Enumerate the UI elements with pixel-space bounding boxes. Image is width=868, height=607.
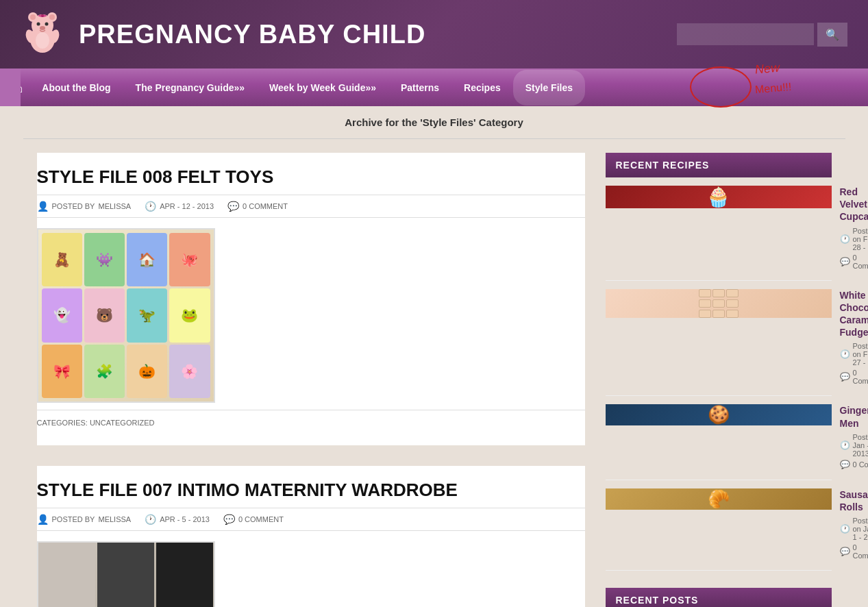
recipe-date-text-3: Posted on Jan - 1 - 2013	[853, 517, 869, 541]
post-categories-1: CATEGORIES: UNCATEGORIZED	[37, 410, 585, 435]
post-comments-1: 💬 0 COMMENT	[227, 201, 288, 212]
recipe-item-2: 🍪 Gingerbread Men 🕐 Posted on Jan - 13 -…	[606, 396, 832, 480]
comment-bubble-icon-0: 💬	[840, 257, 850, 267]
recipe-title-2[interactable]: Gingerbread Men	[840, 404, 869, 429]
choc-piece-2	[712, 289, 725, 297]
recipe-date-text-1: Posted on Feb - 27 - 2013	[853, 342, 869, 367]
author-icon-2: 👤	[37, 514, 49, 525]
post-date-text-2: APR - 5 - 2013	[160, 515, 210, 523]
recipe-title-1[interactable]: White Chocolate Caramel Fudge	[840, 289, 869, 339]
recipe-info-0: Red Velvet Cupcakes 🕐 Posted on Feb - 28…	[840, 186, 869, 272]
choc-piece-4	[699, 299, 711, 308]
header-left: PREGNANCY BABY CHILD	[21, 10, 425, 58]
recipe-item-3: 🥐 Sausage Rolls 🕐 Posted on Jan - 1 - 20…	[606, 480, 832, 571]
recipe-thumb-1	[606, 289, 832, 318]
clock-icon-1: 🕐	[840, 349, 850, 359]
recent-recipes-widget: RECENT RECIPES 🧁 Red Velvet Cupcakes 🕐 P…	[606, 153, 832, 571]
post-comments-text-1: 0 COMMENT	[243, 202, 288, 210]
post-author-label-1: POSTED BY	[52, 202, 95, 210]
recipe-info-1: White Chocolate Caramel Fudge 🕐 Posted o…	[840, 289, 869, 388]
felt-toy-6: 🐻	[84, 288, 125, 342]
choc-piece-3	[726, 289, 739, 297]
svg-point-9	[36, 32, 49, 49]
date-icon-1: 🕐	[145, 201, 156, 212]
post-image-2	[37, 541, 215, 607]
svg-point-12	[41, 14, 44, 17]
comment-bubble-icon-2: 💬	[840, 460, 850, 469]
archive-header: Archive for the 'Style Files' Category	[23, 106, 845, 139]
choc-piece-8	[712, 310, 725, 318]
felt-toy-3: 🏠	[127, 233, 167, 286]
nav-item-recipes[interactable]: Recipes	[451, 70, 513, 106]
recipe-date-3: 🕐 Posted on Jan - 1 - 2013	[840, 517, 869, 541]
img-seg-3	[156, 543, 213, 607]
post-meta-1: 👤 POSTED BY MELISSA 🕐 APR - 12 - 2013 💬 …	[37, 195, 585, 218]
recipe-title-0[interactable]: Red Velvet Cupcakes	[840, 186, 869, 223]
post-article-1: STYLE FILE 008 FELT TOYS 👤 POSTED BY MEL…	[37, 153, 585, 445]
choc-piece-9	[726, 310, 739, 318]
post-author-name-2: MELISSA	[98, 515, 131, 523]
post-date-text-1: APR - 12 - 2013	[160, 202, 214, 210]
recipe-thumb-3: 🥐	[606, 488, 832, 510]
clock-icon-3: 🕐	[840, 524, 850, 534]
recipe-comments-3: 💬 0 Comment	[840, 543, 869, 560]
svg-point-8	[40, 26, 45, 30]
circle-annotation	[690, 66, 752, 108]
felt-toy-1: 🧸	[42, 233, 82, 286]
content-area: STYLE FILE 008 FELT TOYS 👤 POSTED BY MEL…	[37, 153, 585, 607]
post-date-1: 🕐 APR - 12 - 2013	[145, 201, 214, 212]
home-nav-icon[interactable]: ⌂	[14, 79, 23, 97]
recent-posts-widget: RECENT POSTS 🧸 Style File 008 Felt... 🕐 …	[606, 588, 832, 607]
recent-recipes-title: RECENT RECIPES	[606, 153, 832, 177]
svg-point-3	[30, 14, 36, 20]
comment-icon-1: 💬	[227, 201, 239, 212]
main-container: STYLE FILE 008 FELT TOYS 👤 POSTED BY MEL…	[23, 139, 845, 607]
post-author-1: 👤 POSTED BY MELISSA	[37, 201, 132, 212]
recipe-date-text-0: Posted on Feb - 28 - 2013	[853, 227, 869, 251]
recipe-comments-text-2: 0 Comment	[853, 460, 869, 469]
post-article-2: STYLE FILE 007 INTIMO MATERNITY WARDROBE…	[37, 466, 585, 607]
nav-item-patterns[interactable]: Patterns	[388, 70, 451, 106]
recent-posts-title: RECENT POSTS	[606, 588, 832, 607]
recipe-date-2: 🕐 Posted on Jan - 13 - 2013	[840, 433, 869, 458]
recipe-item-1: White Chocolate Caramel Fudge 🕐 Posted o…	[606, 281, 832, 397]
recipe-comments-1: 💬 0 Comment	[840, 369, 869, 385]
nav-item-week[interactable]: Week by Week Guide»»	[257, 70, 388, 106]
recipe-comments-0: 💬 0 Comment	[840, 253, 869, 270]
nav-item-style-files[interactable]: Style Files	[513, 70, 585, 106]
svg-point-6	[37, 23, 40, 26]
choc-piece-5	[712, 299, 725, 308]
post-author-name-1: MELISSA	[98, 202, 131, 210]
recipe-date-1: 🕐 Posted on Feb - 27 - 2013	[840, 342, 869, 367]
post-author-label-2: POSTED BY	[52, 515, 95, 523]
felt-toy-12: 🌸	[169, 345, 210, 398]
felt-toy-9: 🎀	[42, 345, 82, 398]
search-input[interactable]	[677, 23, 814, 45]
recipe-title-3[interactable]: Sausage Rolls	[840, 488, 869, 513]
author-icon: 👤	[37, 201, 49, 212]
nav-item-about[interactable]: About the Blog	[29, 70, 123, 106]
site-header: PREGNANCY BABY CHILD 🔍	[0, 0, 868, 69]
menu-label: Menu!!!	[754, 81, 792, 97]
recipe-info-2: Gingerbread Men 🕐 Posted on Jan - 13 - 2…	[840, 404, 869, 471]
comment-bubble-icon-3: 💬	[840, 547, 850, 556]
post-title-2[interactable]: STYLE FILE 007 INTIMO MATERNITY WARDROBE	[37, 466, 585, 508]
recipe-comments-text-1: 0 Comment	[853, 369, 869, 385]
clock-icon-0: 🕐	[840, 234, 850, 244]
img-seg-2	[97, 543, 154, 607]
felt-toy-10: 🧩	[84, 345, 125, 398]
recipe-comments-2: 💬 0 Comment	[840, 460, 869, 469]
felt-toy-5: 👻	[42, 288, 82, 342]
search-button[interactable]: 🔍	[817, 23, 847, 47]
post-title-1[interactable]: STYLE FILE 008 FELT TOYS	[37, 153, 585, 195]
nav-item-pregnancy[interactable]: The Pregnancy Guide»»	[123, 70, 258, 106]
site-title: PREGNANCY BABY CHILD	[79, 20, 425, 49]
sidebar: RECENT RECIPES 🧁 Red Velvet Cupcakes 🕐 P…	[606, 153, 832, 607]
categories-text-1: CATEGORIES: UNCATEGORIZED	[37, 419, 155, 427]
post-author-2: 👤 POSTED BY MELISSA	[37, 514, 132, 525]
search-area: 🔍	[677, 23, 847, 47]
recipe-thumb-0: 🧁	[606, 186, 832, 208]
site-logo	[21, 10, 69, 58]
img-seg-1	[38, 543, 95, 607]
post-date-2: 🕐 APR - 5 - 2013	[145, 514, 210, 525]
